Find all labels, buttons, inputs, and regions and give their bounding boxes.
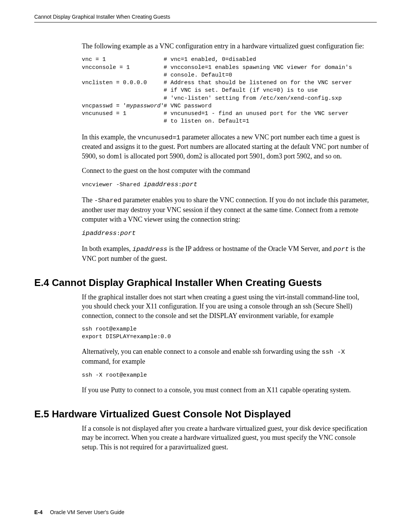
text: is the IP address or hostname of the Ora…	[167, 245, 333, 252]
code-italic: ipaddress	[143, 181, 178, 188]
running-header: Cannot Display Graphical Installer When …	[34, 14, 377, 22]
config-comment: # 'vnc-listen' setting from /etc/xen/xen…	[164, 95, 342, 102]
text: vncviewer -Shared	[82, 182, 143, 188]
body-column: The following example as a VNC configura…	[82, 42, 371, 263]
text: vncconsole = 1	[82, 64, 130, 71]
code-italic: ipaddress	[82, 230, 117, 237]
config-comment: # if VNC is set. Default (if vnc=0) is t…	[164, 87, 318, 94]
config-key: vnc = 1	[82, 56, 164, 64]
config-key	[82, 118, 164, 125]
config-key	[82, 72, 164, 79]
section-heading-e4: E.4 Cannot Display Graphical Installer W…	[34, 277, 377, 289]
text: vnclisten = 0.0.0.0	[82, 80, 147, 86]
config-row: # if VNC is set. Default (if vnc=0) is t…	[82, 87, 371, 94]
config-row: vncconsole = 1# vncconsole=1 enables spa…	[82, 64, 371, 72]
text: parameter enables you to share the VNC c…	[82, 196, 369, 223]
body-column: If a console is not displayed after you …	[82, 424, 371, 452]
paragraph: Connect to the guest on the host compute…	[82, 166, 371, 175]
text: In this example, the	[82, 133, 137, 141]
config-key: vncconsole = 1	[82, 64, 164, 72]
code-italic: port	[120, 230, 136, 237]
code-block: ssh -X root@example	[82, 372, 371, 379]
paragraph: In both examples, ipaddress is the IP ad…	[82, 244, 371, 263]
config-row: # 'vnc-listen' setting from /etc/xen/xen…	[82, 95, 371, 102]
paragraph: Alternatively, you can enable connect to…	[82, 347, 371, 366]
config-row: vncpasswd = 'mypassword'# VNC password	[82, 102, 371, 110]
paragraph: If you use Putty to connect to a console…	[82, 385, 371, 395]
config-row: vnc = 1# vnc=1 enabled, 0=disabled	[82, 56, 371, 64]
config-row: # console. Default=0	[82, 72, 371, 79]
inline-code: -Shared	[94, 197, 121, 204]
paragraph: In this example, the vncunused=1 paramet…	[82, 133, 371, 161]
config-code-block: vnc = 1# vnc=1 enabled, 0=disabledvnccon…	[82, 56, 371, 125]
code-block: ssh root@example export DISPLAY=example:…	[82, 326, 371, 341]
text: vnc = 1	[82, 56, 106, 63]
inline-code: vncunused=1	[137, 134, 180, 141]
paragraph: If the graphical installer does not star…	[82, 292, 371, 320]
footer-sep	[44, 509, 49, 515]
code-italic: port	[182, 181, 198, 188]
text: :	[178, 182, 182, 188]
config-comment: # vnc=1 enabled, 0=disabled	[164, 56, 256, 64]
config-key: vncunused = 1	[82, 110, 164, 118]
config-comment: # to listen on. Default=1	[164, 118, 249, 125]
text: Alternatively, you can enable connect to…	[82, 348, 322, 355]
body-column: If the graphical installer does not star…	[82, 292, 371, 395]
page-number: E-4	[34, 509, 43, 515]
config-row: vnclisten = 0.0.0.0# Address that should…	[82, 79, 371, 87]
text: command, for example	[82, 358, 145, 365]
config-comment: # Address that should be listened on for…	[164, 79, 352, 87]
config-row: # to listen on. Default=1	[82, 118, 371, 125]
paragraph: The following example as a VNC configura…	[82, 42, 371, 51]
code-italic: ipaddress	[132, 246, 167, 253]
config-key	[82, 95, 164, 102]
text: vncpasswd = '	[82, 103, 126, 109]
config-comment: # VNC password	[164, 102, 212, 110]
inline-code: ssh -X	[322, 348, 345, 356]
config-key	[82, 87, 164, 94]
config-comment: # vncunused=1 - find an unused port for …	[164, 110, 349, 118]
config-key: vnclisten = 0.0.0.0	[82, 79, 164, 87]
paragraph: The -Shared parameter enables you to sha…	[82, 195, 371, 224]
text: vncunused = 1	[82, 110, 126, 117]
code-block: ipaddress:port	[82, 229, 371, 238]
config-comment: # vncconsole=1 enables spawning VNC view…	[164, 64, 352, 72]
config-comment: # console. Default=0	[164, 72, 232, 79]
code-block: vncviewer -Shared ipaddress:port	[82, 181, 371, 189]
text: In both examples,	[82, 245, 132, 252]
config-row: vncunused = 1# vncunused=1 - find an unu…	[82, 110, 371, 118]
page-footer: E-4 Oracle VM Server User's Guide	[34, 509, 124, 515]
paragraph: If a console is not displayed after you …	[82, 424, 371, 452]
code-italic: port	[333, 246, 349, 253]
text: :	[117, 230, 120, 237]
code-italic: mypassword	[126, 103, 161, 109]
section-heading-e5: E.5 Hardware Virtualized Guest Console N…	[34, 408, 377, 420]
config-key: vncpasswd = 'mypassword'	[82, 102, 164, 110]
text: The	[82, 196, 94, 204]
book-title: Oracle VM Server User's Guide	[50, 509, 124, 515]
page: Cannot Display Graphical Installer When …	[0, 0, 411, 532]
